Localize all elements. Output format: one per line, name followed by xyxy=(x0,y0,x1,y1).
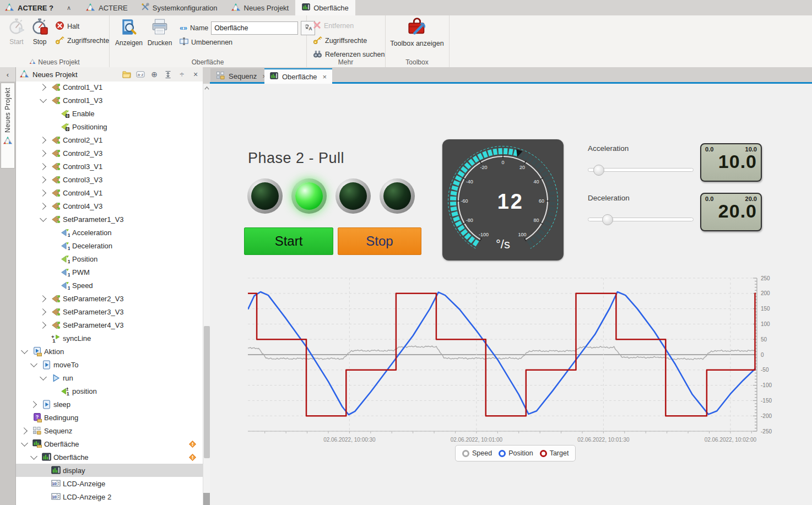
tree-scrollbar[interactable] xyxy=(203,84,210,505)
halt-button[interactable]: Halt xyxy=(55,21,79,32)
legend-item-target[interactable]: Target xyxy=(540,449,569,457)
tree-item-setparameter1-v3[interactable]: SetParameter1_V3 xyxy=(16,213,203,226)
close-panel-icon[interactable]: × xyxy=(191,70,200,79)
tree-item-sleep[interactable]: sleep xyxy=(16,398,203,411)
tree-item-control1-v3[interactable]: Control1_V3 xyxy=(16,94,203,107)
expand-chevron-icon[interactable] xyxy=(39,84,46,91)
apptab-actere[interactable]: ACTERE xyxy=(79,0,134,15)
collapse-chevron-icon[interactable] xyxy=(21,347,28,354)
toolbox-anzeigen-button[interactable] xyxy=(403,18,431,38)
legend-item-speed[interactable]: Speed xyxy=(462,449,492,457)
collapse-chevron-icon[interactable] xyxy=(40,215,47,222)
tree-item-setparameter4-v3[interactable]: SetParameter4_V3 xyxy=(16,318,203,332)
expand-vertical-icon[interactable] xyxy=(164,70,172,79)
tree-item-run[interactable]: run xyxy=(16,371,203,384)
apptab-systemkonfiguration[interactable]: Systemkonfiguration xyxy=(134,0,224,15)
expand-chevron-icon[interactable] xyxy=(39,137,46,144)
tree-item-control3-v3[interactable]: Control3_V3 xyxy=(16,173,203,186)
split-icon[interactable]: ÷ xyxy=(177,70,186,79)
tree-item-acceleration[interactable]: 1Acceleration xyxy=(16,226,203,239)
expand-chevron-icon[interactable] xyxy=(39,163,46,170)
legend-item-position[interactable]: Position xyxy=(499,449,533,457)
collapse-panel-button[interactable]: ‹ xyxy=(0,67,15,82)
hmi-stop-button[interactable]: Stop xyxy=(338,227,421,255)
tree-item-oberfl-che[interactable]: Oberfläche xyxy=(16,450,203,464)
expand-chevron-icon[interactable] xyxy=(39,189,46,197)
tree-item-label: LCD-Anzeige xyxy=(63,480,105,488)
collapse-chevron-icon[interactable] xyxy=(40,373,47,381)
svg-text:-20: -20 xyxy=(480,165,487,170)
tree-item-syncline[interactable]: +1syncLine xyxy=(16,332,203,345)
expand-chevron-icon[interactable] xyxy=(20,427,28,435)
tree-item-label: syncLine xyxy=(63,334,91,343)
tree-item-lcd-anzeige-2[interactable]: 10LCD-Anzeige 2 xyxy=(16,490,203,503)
scroll-up-icon[interactable] xyxy=(204,86,209,91)
expand-chevron-icon[interactable] xyxy=(30,401,37,408)
deceleration-slider[interactable] xyxy=(588,214,694,224)
apptab-neues-projekt[interactable]: Neues Projekt xyxy=(224,0,296,15)
ribbon-collapse-icon[interactable]: ∧ xyxy=(59,0,79,15)
name-input[interactable] xyxy=(211,21,298,35)
close-tab-icon[interactable]: × xyxy=(323,73,327,81)
stop-button[interactable]: Stop xyxy=(25,18,54,46)
tree-item-display[interactable]: display xyxy=(16,464,203,477)
tree-item-control3-v1[interactable]: Control3_V1 xyxy=(16,160,203,173)
anzeigen-button[interactable]: Anzeigen xyxy=(115,18,143,47)
tree-item-setparameter3-v3[interactable]: SetParameter3_V3 xyxy=(16,305,203,318)
vertical-tab-neues-projekt[interactable]: Neues Projekt xyxy=(1,83,15,169)
collapse-chevron-icon[interactable] xyxy=(30,360,37,367)
tree-item-position[interactable]: 1position xyxy=(16,384,203,398)
expand-chevron-icon[interactable] xyxy=(39,295,46,302)
hmi-start-button[interactable]: Start xyxy=(244,227,333,255)
tree-item-control2-v1[interactable]: Control2_V1 xyxy=(16,133,203,146)
toolbox-anzeigen-label[interactable]: Toolbox anzeigen xyxy=(385,40,449,47)
apptab-oberflaeche[interactable]: Oberfläche xyxy=(295,0,355,15)
zugriffsrechte2-button[interactable]: Zugriffsrechte xyxy=(313,35,367,46)
tree-item-positioning[interactable]: 0Positioning xyxy=(16,120,203,133)
umbenennen-button[interactable]: Umbenennen xyxy=(180,37,232,47)
tree-item-control1-v1[interactable]: Control1_V1 xyxy=(16,80,203,94)
tree-item-enable[interactable]: 0Enable xyxy=(16,107,203,120)
tree-item-control4-v1[interactable]: Control4_V1 xyxy=(16,186,203,199)
expand-chevron-icon[interactable] xyxy=(39,176,46,183)
tree-item-lcd-anzeige[interactable]: 10LCD-Anzeige xyxy=(16,477,203,490)
tree-item-control4-v3[interactable]: Control4_V3 xyxy=(16,199,203,213)
svg-text:1: 1 xyxy=(52,338,56,343)
scrollbar-thumb[interactable] xyxy=(204,326,210,458)
slider-thumb[interactable] xyxy=(593,165,604,176)
svg-text:-100: -100 xyxy=(479,232,489,237)
tree-item-position[interactable]: 1Position xyxy=(16,252,203,265)
tree-item-deceleration[interactable]: 1Deceleration xyxy=(16,239,203,252)
drucken-button[interactable]: Drucken xyxy=(145,18,174,47)
expand-chevron-icon[interactable] xyxy=(39,203,46,210)
tree-item-setparameter2-v3[interactable]: SetParameter2_V3 xyxy=(16,292,203,305)
slider-thumb[interactable] xyxy=(602,214,613,225)
svg-text:1: 1 xyxy=(68,245,70,250)
tree-item-pwm[interactable]: 1PWM xyxy=(16,265,203,279)
acceleration-slider[interactable] xyxy=(588,165,694,175)
app-logo-icon xyxy=(4,3,14,13)
tree-item-label: sleep xyxy=(53,400,71,409)
doctab-oberflaeche[interactable]: Oberfläche × xyxy=(264,68,332,84)
enable-icon: 0 xyxy=(61,122,70,132)
doctab-sequenz[interactable]: Sequenz × xyxy=(210,68,272,84)
zugriffsrechte-button[interactable]: Zugriffsrechte xyxy=(55,35,109,46)
tree-item-oberfl-che[interactable]: Oberfläche xyxy=(16,437,203,450)
plus1-icon: +1 xyxy=(51,334,61,343)
tree-item-bedingung[interactable]: ?Bedingung xyxy=(16,411,203,424)
entfernen-button[interactable]: Entfernen xyxy=(313,21,354,31)
expand-chevron-icon[interactable] xyxy=(39,322,46,329)
collapse-chevron-icon[interactable] xyxy=(21,439,28,447)
folder-icon[interactable] xyxy=(122,70,131,79)
tree-item-moveto[interactable]: moveTo xyxy=(16,358,203,371)
tree-item-speed[interactable]: 1Speed xyxy=(16,279,203,292)
collapse-chevron-icon[interactable] xyxy=(40,96,47,103)
collapse-chevron-icon[interactable] xyxy=(30,453,37,460)
sort-az-icon[interactable]: a·z xyxy=(136,70,145,79)
locate-icon[interactable]: ⊕ xyxy=(150,70,159,79)
tree-item-control2-v3[interactable]: Control2_V3 xyxy=(16,146,203,160)
expand-chevron-icon[interactable] xyxy=(39,308,46,316)
tree-item-sequenz[interactable]: Sequenz xyxy=(16,424,203,437)
tree-item-aktion[interactable]: Aktion xyxy=(16,345,203,358)
expand-chevron-icon[interactable] xyxy=(39,150,46,157)
